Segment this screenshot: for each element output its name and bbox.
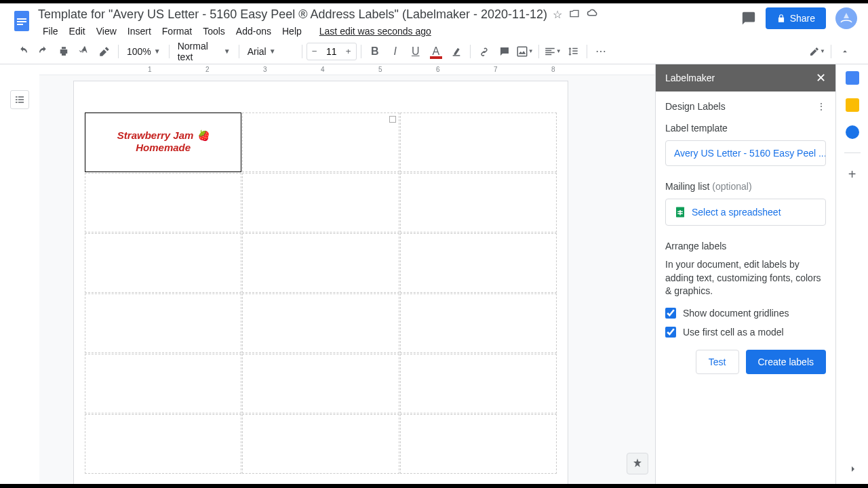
style-select[interactable]: Normal text▼ <box>174 41 235 62</box>
label-cell[interactable] <box>85 354 241 413</box>
menu-tools[interactable]: Tools <box>198 23 230 39</box>
label-cell[interactable] <box>400 414 557 474</box>
use-first-cell-checkbox[interactable]: Use first cell as a model <box>665 327 826 338</box>
menu-view[interactable]: View <box>92 23 121 39</box>
svg-rect-2 <box>17 21 26 22</box>
bold-button[interactable]: B <box>366 42 384 61</box>
doc-title[interactable]: Template for "Avery US Letter - 5160 Eas… <box>38 7 547 22</box>
cell-handle-icon[interactable] <box>389 116 396 123</box>
insert-link-button[interactable] <box>475 42 494 61</box>
add-addon-icon[interactable]: + <box>848 167 856 182</box>
share-button[interactable]: Share <box>766 7 826 29</box>
menubar: File Edit View Insert Format Tools Add-o… <box>38 23 741 39</box>
horizontal-ruler[interactable]: 1 2 3 4 5 6 7 8 <box>39 64 655 75</box>
sidebar-title: Labelmaker <box>665 73 715 83</box>
font-size-value[interactable]: 11 <box>322 46 341 57</box>
explore-button[interactable] <box>627 453 648 474</box>
hide-side-panel-icon[interactable] <box>848 464 859 474</box>
label-line-1: Strawberry Jam 🍓 <box>85 129 241 142</box>
font-size-decrease[interactable]: − <box>307 43 322 60</box>
side-panel-rail: + <box>835 64 868 484</box>
text-color-button[interactable]: A <box>427 42 446 61</box>
label-cell-selected[interactable]: Strawberry Jam 🍓 Homemade <box>85 113 241 172</box>
zoom-select[interactable]: 100%▼ <box>123 46 165 57</box>
label-cell[interactable] <box>242 233 399 293</box>
menu-file[interactable]: File <box>38 23 63 39</box>
more-vert-icon[interactable]: ⋮ <box>816 101 826 112</box>
more-button[interactable]: ⋯ <box>591 42 610 61</box>
cloud-status-icon[interactable] <box>587 8 599 21</box>
svg-rect-3 <box>17 24 23 25</box>
spellcheck-button[interactable] <box>75 42 94 61</box>
arrange-labels-heading: Arrange labels <box>665 241 826 251</box>
label-cell[interactable] <box>85 233 241 293</box>
label-cell[interactable] <box>400 173 557 232</box>
menu-edit[interactable]: Edit <box>64 23 90 39</box>
label-cell[interactable] <box>85 293 241 353</box>
label-line-2: Homemade <box>85 142 241 154</box>
label-cell[interactable] <box>242 354 399 413</box>
label-cell[interactable] <box>242 173 399 232</box>
label-cell[interactable] <box>400 354 557 413</box>
font-size-increase[interactable]: + <box>341 43 356 60</box>
italic-button[interactable]: I <box>386 42 405 61</box>
app-header: Template for "Avery US Letter - 5160 Eas… <box>0 3 868 39</box>
design-labels-heading: Design Labels <box>665 101 726 112</box>
label-template-heading: Label template <box>665 123 826 134</box>
last-edit[interactable]: Last edit was seconds ago <box>315 23 436 39</box>
editing-mode-button[interactable]: ▼ <box>808 42 827 61</box>
select-spreadsheet-button[interactable]: Select a spreadsheet <box>665 199 826 226</box>
highlight-button[interactable] <box>447 42 466 61</box>
label-cell[interactable] <box>400 113 557 172</box>
move-icon[interactable] <box>569 8 580 21</box>
svg-rect-1 <box>17 18 26 20</box>
mailing-list-heading: Mailing list (optional) <box>665 181 826 192</box>
collapse-toolbar-button[interactable] <box>835 42 854 61</box>
outline-toggle-button[interactable] <box>10 90 29 109</box>
label-cell[interactable] <box>242 414 399 474</box>
document-canvas[interactable]: 1 2 3 4 5 6 7 8 Strawberry Jam 🍓 Homemad… <box>39 64 655 484</box>
label-cell[interactable] <box>400 233 557 293</box>
line-spacing-button[interactable] <box>564 42 583 61</box>
label-cell[interactable] <box>85 414 241 474</box>
arrange-description: In your document, edit labels by adding … <box>665 258 826 298</box>
close-icon[interactable]: ✕ <box>816 70 826 85</box>
labelmaker-sidebar: Labelmaker ✕ Design Labels ⋮ Label templ… <box>655 64 835 484</box>
label-cell[interactable] <box>242 293 399 353</box>
font-size-control: − 11 + <box>307 43 357 60</box>
undo-button[interactable] <box>14 42 33 61</box>
underline-button[interactable]: U <box>406 42 425 61</box>
paint-format-button[interactable] <box>95 42 114 61</box>
keep-icon[interactable] <box>846 98 859 112</box>
menu-addons[interactable]: Add-ons <box>231 23 276 39</box>
menu-format[interactable]: Format <box>157 23 197 39</box>
show-gridlines-checkbox[interactable]: Show document gridlines <box>665 308 826 319</box>
calendar-icon[interactable] <box>846 71 859 85</box>
font-select[interactable]: Arial▼ <box>243 46 298 57</box>
comment-history-icon[interactable] <box>741 11 756 26</box>
page[interactable]: Strawberry Jam 🍓 Homemade <box>73 81 568 484</box>
insert-image-button[interactable]: ▼ <box>515 42 534 61</box>
label-cell[interactable] <box>242 113 399 172</box>
label-cell[interactable] <box>85 173 241 232</box>
svg-rect-5 <box>517 47 527 56</box>
toolbar: 100%▼ Normal text▼ Arial▼ − 11 + B I U A… <box>0 39 868 64</box>
tasks-icon[interactable] <box>846 125 859 139</box>
menu-insert[interactable]: Insert <box>123 23 156 39</box>
svg-rect-9 <box>679 210 681 216</box>
test-button[interactable]: Test <box>696 350 739 374</box>
account-avatar[interactable] <box>835 7 857 29</box>
menu-help[interactable]: Help <box>277 23 307 39</box>
template-select-button[interactable]: Avery US Letter - 5160 Easy Peel ... <box>665 140 826 166</box>
redo-button[interactable] <box>34 42 53 61</box>
add-comment-button[interactable] <box>495 42 514 61</box>
create-labels-button[interactable]: Create labels <box>746 350 827 374</box>
label-cell[interactable] <box>400 293 557 353</box>
share-label: Share <box>790 13 815 24</box>
star-icon[interactable]: ☆ <box>553 8 562 21</box>
print-button[interactable] <box>54 42 73 61</box>
docs-logo[interactable] <box>8 7 35 35</box>
align-button[interactable]: ▼ <box>543 42 562 61</box>
